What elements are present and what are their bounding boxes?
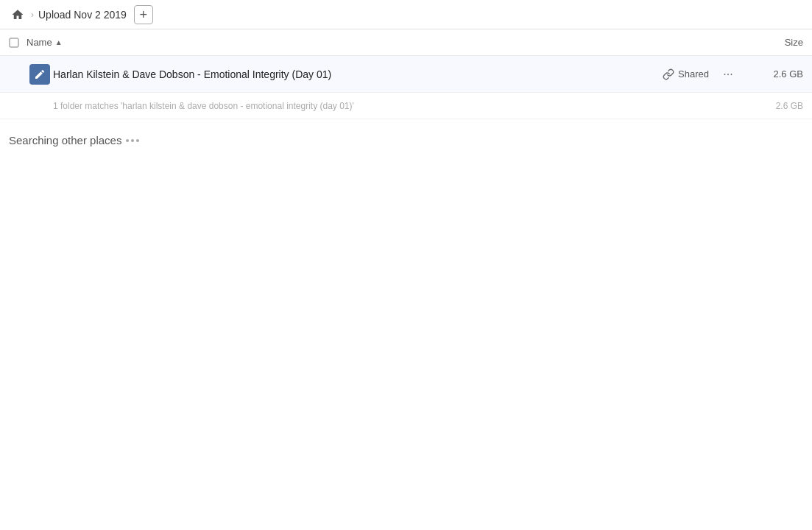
column-size: Size: [744, 37, 803, 48]
sub-row-text: 1 folder matches 'harlan kilstein & dave…: [53, 101, 744, 111]
file-row[interactable]: Harlan Kilstein & Dave Dobson - Emotiona…: [0, 56, 812, 93]
svg-rect-0: [10, 38, 18, 47]
breadcrumb-separator: ›: [31, 10, 34, 20]
searching-text: Searching other places: [9, 134, 803, 146]
add-button[interactable]: +: [134, 5, 153, 24]
sub-row-size: 2.6 GB: [744, 101, 803, 111]
shared-label: Shared: [678, 68, 709, 80]
link-icon: [663, 68, 674, 80]
sub-row: 1 folder matches 'harlan kilstein & dave…: [0, 93, 812, 119]
file-size: 2.6 GB: [744, 68, 803, 80]
file-name: Harlan Kilstein & Dave Dobson - Emotiona…: [53, 68, 663, 80]
breadcrumb-title: Upload Nov 2 2019: [38, 9, 127, 21]
select-all-checkbox[interactable]: [9, 38, 27, 48]
file-icon-wrap: [27, 64, 53, 85]
searching-section: Searching other places: [0, 119, 812, 155]
file-folder-icon: [29, 64, 50, 85]
more-options-button[interactable]: ···: [718, 64, 738, 85]
home-button[interactable]: [9, 6, 27, 24]
column-name[interactable]: Name ▲: [27, 37, 744, 48]
column-header: Name ▲ Size: [0, 29, 812, 56]
loading-dots: [126, 139, 139, 142]
shared-badge: Shared: [663, 68, 709, 80]
sort-arrow-icon: ▲: [55, 38, 63, 46]
header: › Upload Nov 2 2019 +: [0, 0, 812, 29]
